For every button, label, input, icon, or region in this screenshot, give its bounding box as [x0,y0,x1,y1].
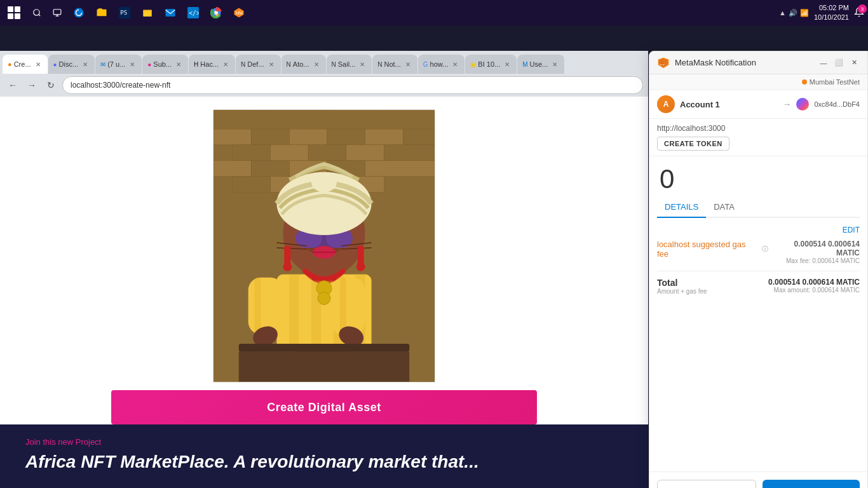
footer-section: Join this new Project Africa NFT MarketP… [0,424,648,488]
tab-use[interactable]: M Use...✕ [517,55,564,74]
tab-close-3[interactable]: ✕ [128,60,137,69]
chrome-taskbar[interactable] [205,1,227,24]
task-view-icon[interactable] [47,3,67,23]
edit-row: EDIT [657,226,860,234]
tab-close-9[interactable]: ✕ [403,60,412,69]
metamask-logo-icon: 🦊 [657,57,670,69]
gas-fee-info-icon: ⓘ [762,245,768,254]
gas-fee-amount: 0.000514 0.000614 MATIC [768,240,860,257]
tab-close-7[interactable]: ✕ [312,60,321,69]
max-fee: Max fee: 0.000614 MATIC [768,257,860,264]
svg-point-67 [311,173,337,193]
confirm-button[interactable]: Confirm [763,480,860,488]
tab-close-10[interactable]: ✕ [451,60,459,69]
mm-restore-button[interactable]: ⬜ [833,57,844,69]
address-input[interactable] [62,76,643,94]
svg-rect-20 [327,129,365,145]
total-sublabel: Amount + gas fee [657,288,707,295]
files-taskbar[interactable] [136,1,159,24]
fee-divider [657,271,860,271]
tab-def[interactable]: N Def...✕ [236,55,281,74]
tab-not[interactable]: N Not...✕ [372,55,417,74]
powershell-taskbar[interactable]: PS [113,1,136,24]
tab-details[interactable]: DETAILS [657,197,706,218]
svg-text:MM: MM [236,11,243,15]
account-arrow-icon[interactable]: → [782,99,791,109]
svg-rect-43 [248,278,283,334]
tab-close-12[interactable]: ✕ [550,60,559,69]
svg-rect-24 [270,145,308,161]
tab-sail[interactable]: N Sail...✕ [327,55,372,74]
edge-taskbar[interactable] [67,1,90,24]
gas-fee-label: localhost suggested gas fee ⓘ [657,240,768,259]
search-taskbar-icon[interactable] [27,3,47,23]
network-bar: Mumbai TestNet [649,74,867,90]
metamask-body: Mumbai TestNet A Account 1 → 0xc84d...Db… [649,74,867,471]
svg-rect-2 [53,10,61,15]
forward-button[interactable]: → [24,78,39,93]
footer-tagline: Join this new Project [25,437,623,447]
svg-point-65 [356,262,365,271]
tab-close-5[interactable]: ✕ [221,60,230,69]
metamask-taskbar[interactable]: MM [227,1,250,24]
svg-rect-44 [255,278,261,334]
tab-close-active[interactable]: ✕ [34,60,43,69]
svg-rect-18 [252,129,290,145]
mail-taskbar[interactable] [159,1,182,24]
svg-rect-21 [365,129,403,145]
svg-rect-46 [340,278,346,334]
origin-url: http://localhost:3000 [657,124,860,133]
back-button[interactable]: ← [5,78,20,93]
mm-minimize-button[interactable]: — [818,57,829,69]
reject-button[interactable]: Reject [657,480,756,488]
tab-active[interactable]: ● Cre... ✕ [3,55,48,74]
taskbar-right: ▲ 🔊 📶 05:02 PM 10/10/2021 3 [779,3,864,23]
mm-close-button[interactable]: ✕ [848,57,860,69]
notification-center[interactable]: 3 [854,7,864,18]
nft-image-container [213,109,435,383]
tab-ato[interactable]: N Ato...✕ [281,55,326,74]
tab-close-11[interactable]: ✕ [503,60,512,69]
tab-close-4[interactable]: ✕ [174,60,183,69]
vscode-taskbar[interactable]: </> [182,1,205,24]
tab-hac[interactable]: H Hac...✕ [189,55,235,74]
origin-section: http://localhost:3000 CREATE TOKEN [649,119,867,156]
create-digital-asset-button[interactable]: Create Digital Asset [111,390,537,424]
wallet-address: 0xc84d...DbF4 [814,100,860,108]
tab-sub[interactable]: ● Sub...✕ [142,55,188,74]
tab-bi[interactable]: ▣ BI 10...✕ [465,55,517,74]
edit-link[interactable]: EDIT [843,226,860,234]
action-badge: CREATE TOKEN [657,137,729,151]
metamask-footer: Reject Confirm [649,471,867,488]
svg-line-1 [39,15,41,17]
tab-how[interactable]: G how...✕ [418,55,465,74]
taskbar: PS </> MM ▲ 🔊 📶 05:02 PM 10/10/2021 3 [0,0,868,25]
svg-rect-23 [233,145,271,161]
tab-discord[interactable]: ● Disc...✕ [48,55,95,74]
svg-rect-71 [239,351,409,382]
tabs-bar: ● Cre... ✕ ● Disc...✕ ✉ (7 u...✕ ● Sub..… [0,51,648,74]
tab-close-8[interactable]: ✕ [358,60,367,69]
footer-heading: Africa NFT MarketPlace. A revolutionary … [25,452,623,472]
metamask-tabs: DETAILS DATA [657,197,860,218]
svg-rect-28 [214,161,252,177]
start-button[interactable] [4,3,24,23]
svg-rect-32 [365,161,435,177]
network-dot-icon [802,79,807,85]
max-amount: Max amount: 0.000614 MATIC [768,287,860,294]
explorer-taskbar[interactable] [90,1,113,24]
refresh-button[interactable]: ↻ [43,78,58,93]
svg-rect-45 [330,278,365,334]
svg-rect-9 [166,9,175,17]
tab-data[interactable]: DATA [706,197,742,218]
svg-text:PS: PS [120,10,127,16]
tab-close-6[interactable]: ✕ [267,60,276,69]
tab-close-2[interactable]: ✕ [81,60,90,69]
gas-fee-row: localhost suggested gas fee ⓘ 0.000514 0… [657,240,860,264]
svg-rect-62 [284,246,290,265]
total-label: Total [657,278,707,288]
total-amount: 0.000514 0.000614 MATIC [768,278,860,287]
address-icon [796,98,809,111]
svg-rect-70 [239,344,409,351]
tab-mail[interactable]: ✉ (7 u...✕ [95,55,142,74]
